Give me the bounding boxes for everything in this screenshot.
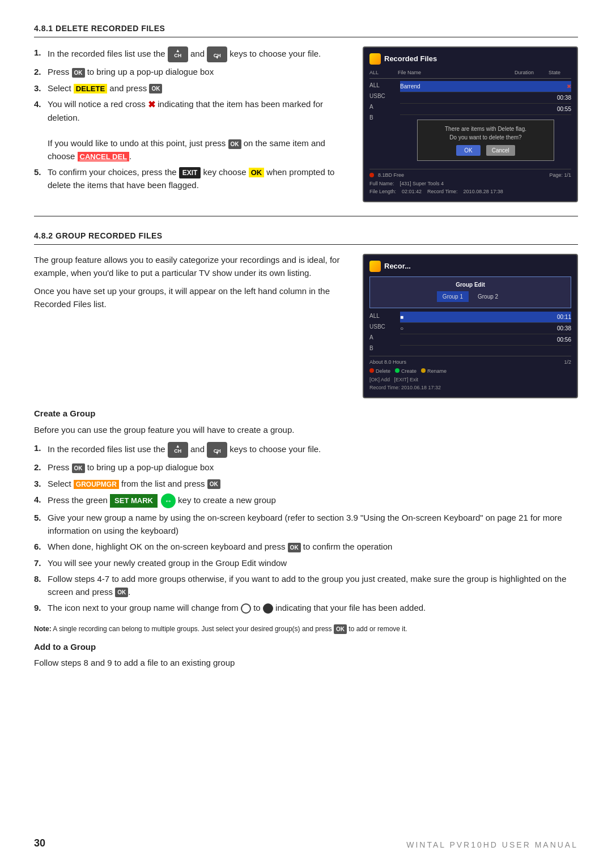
groupmgr-highlight: GROUPMGR xyxy=(74,480,119,489)
footer-record-time-2: Record Time: 2010.06.18 17:32 xyxy=(369,384,571,392)
col-all: ALL xyxy=(369,69,398,77)
step-3: 3. Select DELETE and press OK xyxy=(34,82,346,95)
group-tab-2: Group 2 xyxy=(472,291,504,302)
step-3-num: 3. xyxy=(34,82,44,95)
dialog-buttons: OK Cancel xyxy=(424,145,547,156)
col-filename: File Name xyxy=(398,69,515,77)
red-dot xyxy=(369,173,374,177)
create-group-intro: Before you can use the group feature you… xyxy=(34,424,578,437)
screen-table-header: ALL File Name Duration State xyxy=(369,69,571,79)
ch-down-button-1: ▼ CH xyxy=(207,46,227,62)
cg-ch-up-arrow: ▲ xyxy=(176,443,180,450)
cre-dot xyxy=(395,368,400,373)
footer-keys: Delete Create Rename xyxy=(369,368,571,376)
step-4-content: You will notice a red cross ✖ indicating… xyxy=(48,98,346,163)
full-name-label: Full Name: xyxy=(369,180,394,188)
note-ok-key: OK xyxy=(334,624,347,634)
cg-step-6-num: 6. xyxy=(34,541,44,554)
screen-content-2: ALL USBC A B ■ 00:11 ○ 00:38 xyxy=(369,312,571,352)
cg-step-6: 6. When done, highlight OK on the on-scr… xyxy=(34,541,578,554)
group-row-3: 00:56 xyxy=(400,334,571,346)
left-all: ALL xyxy=(369,81,398,90)
cg-ok-key-8: OK xyxy=(115,588,128,597)
footer-details2: File Length: 02:01:42 Record Time: 2010.… xyxy=(369,188,571,196)
row-dur-2: 00:38 xyxy=(557,93,571,102)
circle-empty-icon xyxy=(241,603,251,614)
step-2-content: Press OK to bring up a pop-up dialogue b… xyxy=(48,66,346,79)
group-row-3-dur: 00:56 xyxy=(557,335,571,344)
step-1: 1. In the recorded files list use the ▲ … xyxy=(34,46,346,62)
delete-dialog: There are items with Delete flag. Do you… xyxy=(417,120,554,161)
footer-page-2: 1/2 xyxy=(564,359,571,367)
cg-step-7-content: You will see your newly created group in… xyxy=(48,557,578,570)
footer-free-2: About 8.0 Hours xyxy=(369,359,406,367)
group-edit-dialog: Group Edit Group 1 Group 2 xyxy=(369,276,571,308)
page-text: Page: 1/1 xyxy=(549,172,571,180)
cg-step-8-content: Follow steps 4-7 to add more groups othe… xyxy=(48,573,578,598)
free-text: 8.1BD Free xyxy=(378,172,404,180)
cg-ok-key-3: OK xyxy=(207,479,220,489)
screen-main: Barrend ✖ 00:38 00:55 xyxy=(400,81,571,165)
group-row-1: ■ 00:11 xyxy=(400,312,571,323)
left-b: B xyxy=(369,113,398,122)
red-x-icon: ✖ xyxy=(148,98,155,112)
note-label: Note: xyxy=(34,625,52,633)
step-4: 4. You will notice a red cross ✖ indicat… xyxy=(34,98,346,163)
cg-step-5-content: Give your new group a name by using the … xyxy=(48,512,578,537)
set-mark-label: SET MARK xyxy=(110,494,158,508)
screen-logo-icon-2 xyxy=(369,261,381,272)
create-group-heading: Create a Group xyxy=(34,407,578,420)
set-mark-btn: SET MARK xyxy=(110,493,176,508)
record-time-label: Record Time: xyxy=(427,188,458,196)
dialog-line1: There are items with Delete flag. xyxy=(424,125,547,133)
cg-step-3: 3. Select GROUPMGR from the list and pre… xyxy=(34,478,578,491)
group-tab-selected: Group 1 xyxy=(437,291,469,302)
cg-ch-up: ▲ CH xyxy=(168,442,188,458)
cg-ok-key-2: OK xyxy=(72,463,85,473)
screen-header-2: Recor... xyxy=(369,261,571,272)
cg-step-9-num: 9. xyxy=(34,602,44,615)
step-3-content: Select DELETE and press OK xyxy=(48,82,346,95)
delete-highlight: DELETE xyxy=(74,84,107,93)
left-usbc: USBC xyxy=(369,92,398,100)
group-files-screen: Recor... Group Edit Group 1 Group 2 ALL … xyxy=(363,254,578,398)
footer-free: 8.1BD Free Page: 1/1 xyxy=(369,172,571,180)
section-482-text: The group feature allows you to easily c… xyxy=(34,254,346,316)
section-divider xyxy=(34,216,578,216)
group-row-2-name: ○ xyxy=(400,324,403,333)
cg-ch-down: ▼ CH xyxy=(207,442,227,458)
dialog-line2: Do you want to delete them? xyxy=(424,133,547,142)
cg-step-7: 7. You will see your newly created group… xyxy=(34,557,578,570)
section-481-steps: 1. In the recorded files list use the ▲ … xyxy=(34,46,346,163)
cg-step-9-content: The icon next to your group name will ch… xyxy=(48,602,578,615)
cg-step-4-num: 4. xyxy=(34,493,44,507)
dialog-cancel-btn: Cancel xyxy=(486,145,515,156)
screen-main-2: ■ 00:11 ○ 00:38 00:56 xyxy=(400,312,571,352)
section-481-text: 1. In the recorded files list use the ▲ … xyxy=(34,46,346,192)
ch-up-button-1: ▲ CH xyxy=(168,46,188,62)
group-row-2-dur: 00:38 xyxy=(557,324,571,333)
action-create: Create xyxy=(395,368,416,376)
group-row-2: ○ 00:38 xyxy=(400,323,571,334)
ch-down-arrow: ▼ xyxy=(215,54,219,61)
recorded-files-screen: Recorded Files ALL File Name Duration St… xyxy=(363,46,578,202)
step-1-num: 1. xyxy=(34,46,44,59)
ok-highlight: OK xyxy=(249,168,265,177)
cg-step-4-content: Press the green SET MARK key to create a… xyxy=(48,493,578,508)
screen-title-1: Recorded Files xyxy=(384,53,437,65)
cg-step-2: 2. Press OK to bring up a pop-up dialogu… xyxy=(34,461,578,474)
cg-step-1-content: In the recorded files list use the ▲ CH … xyxy=(48,442,578,458)
cg-step-6-content: When done, highlight OK on the on-screen… xyxy=(48,541,578,554)
screen-content: ALL USBC A B Barrend ✖ 00:38 xyxy=(369,81,571,165)
cg-step-1: 1. In the recorded files list use the ▲ … xyxy=(34,442,578,458)
footer-details: Full Name: [431] Super Tools 4 xyxy=(369,180,571,188)
group-row-1-dur: 00:11 xyxy=(557,313,571,321)
file-length-value: 02:01:42 xyxy=(402,188,422,196)
group-edit-title: Group Edit xyxy=(376,280,565,289)
group-tabs: Group 1 Group 2 xyxy=(376,291,565,302)
full-name-value: [431] Super Tools 4 xyxy=(400,180,444,188)
screen-title-2: Recor... xyxy=(384,261,411,272)
row-2: 00:38 xyxy=(400,92,571,104)
create-group-steps: 1. In the recorded files list use the ▲ … xyxy=(34,442,578,615)
cg-step-4: 4. Press the green SET MARK key to creat… xyxy=(34,493,578,508)
